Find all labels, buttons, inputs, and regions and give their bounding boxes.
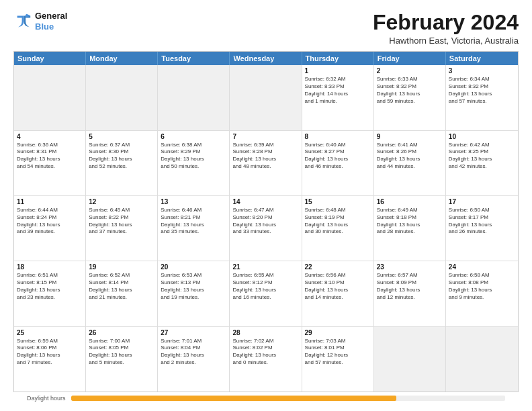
day-number: 6 xyxy=(161,133,226,140)
day-number: 8 xyxy=(305,133,371,140)
subtitle: Hawthorn East, Victoria, Australia xyxy=(373,36,519,46)
cell-content: Sunrise: 6:39 AM Sunset: 8:28 PM Dayligh… xyxy=(232,142,298,171)
day-number: 4 xyxy=(17,133,83,140)
daylight-bar-fill xyxy=(71,396,397,401)
day-number: 29 xyxy=(305,329,371,336)
logo-line1: General xyxy=(35,11,67,21)
cell-content: Sunrise: 7:01 AM Sunset: 8:04 PM Dayligh… xyxy=(161,338,226,367)
cal-cell: 18Sunrise: 6:51 AM Sunset: 8:15 PM Dayli… xyxy=(14,261,86,326)
cell-content: Sunrise: 6:50 AM Sunset: 8:17 PM Dayligh… xyxy=(449,207,515,236)
logo-line2: Blue xyxy=(35,21,67,32)
day-number: 27 xyxy=(161,329,226,336)
cal-cell xyxy=(158,65,230,130)
cal-cell: 12Sunrise: 6:45 AM Sunset: 8:22 PM Dayli… xyxy=(86,196,158,261)
day-number: 24 xyxy=(449,263,515,271)
cell-content: Sunrise: 6:38 AM Sunset: 8:29 PM Dayligh… xyxy=(161,142,226,171)
cell-content: Sunrise: 6:48 AM Sunset: 8:19 PM Dayligh… xyxy=(305,207,371,236)
day-number: 10 xyxy=(449,133,515,140)
day-number: 11 xyxy=(17,198,83,205)
cal-week-5: 25Sunrise: 6:59 AM Sunset: 8:06 PM Dayli… xyxy=(14,327,518,392)
day-number: 20 xyxy=(161,263,226,271)
day-number: 5 xyxy=(89,133,154,140)
cell-content: Sunrise: 6:53 AM Sunset: 8:13 PM Dayligh… xyxy=(161,272,226,301)
cal-cell xyxy=(230,65,302,130)
calendar-header: SundayMondayTuesdayWednesdayThursdayFrid… xyxy=(14,52,518,65)
cell-content: Sunrise: 6:40 AM Sunset: 8:27 PM Dayligh… xyxy=(305,142,371,171)
cell-content: Sunrise: 6:55 AM Sunset: 8:12 PM Dayligh… xyxy=(232,272,298,301)
cal-header-cell-sunday: Sunday xyxy=(14,52,86,65)
cell-content: Sunrise: 6:56 AM Sunset: 8:10 PM Dayligh… xyxy=(305,272,371,301)
day-number: 25 xyxy=(17,329,83,336)
cell-content: Sunrise: 6:32 AM Sunset: 8:33 PM Dayligh… xyxy=(305,76,371,105)
cell-content: Sunrise: 6:59 AM Sunset: 8:06 PM Dayligh… xyxy=(17,338,83,367)
daylight-label: Daylight hours xyxy=(27,395,66,402)
cell-content: Sunrise: 6:33 AM Sunset: 8:32 PM Dayligh… xyxy=(377,76,443,105)
cal-cell: 15Sunrise: 6:48 AM Sunset: 8:19 PM Dayli… xyxy=(302,196,374,261)
cal-week-2: 4Sunrise: 6:36 AM Sunset: 8:31 PM Daylig… xyxy=(14,131,518,196)
cal-week-4: 18Sunrise: 6:51 AM Sunset: 8:15 PM Dayli… xyxy=(14,261,518,326)
cell-content: Sunrise: 6:34 AM Sunset: 8:32 PM Dayligh… xyxy=(449,76,515,105)
cal-cell: 2Sunrise: 6:33 AM Sunset: 8:32 PM Daylig… xyxy=(374,65,446,130)
day-number: 2 xyxy=(377,67,443,75)
cal-cell: 8Sunrise: 6:40 AM Sunset: 8:27 PM Daylig… xyxy=(302,131,374,195)
calendar-body: 1Sunrise: 6:32 AM Sunset: 8:33 PM Daylig… xyxy=(14,65,518,392)
cal-cell: 1Sunrise: 6:32 AM Sunset: 8:33 PM Daylig… xyxy=(302,65,374,130)
cal-cell: 22Sunrise: 6:56 AM Sunset: 8:10 PM Dayli… xyxy=(302,261,374,326)
cal-cell: 4Sunrise: 6:36 AM Sunset: 8:31 PM Daylig… xyxy=(14,131,86,195)
cal-cell: 5Sunrise: 6:37 AM Sunset: 8:30 PM Daylig… xyxy=(86,131,158,195)
day-number: 14 xyxy=(232,198,298,205)
day-number: 7 xyxy=(232,133,298,140)
day-number: 18 xyxy=(17,263,83,271)
cell-content: Sunrise: 6:41 AM Sunset: 8:26 PM Dayligh… xyxy=(377,142,443,171)
calendar: SundayMondayTuesdayWednesdayThursdayFrid… xyxy=(13,51,519,392)
cell-content: Sunrise: 7:03 AM Sunset: 8:01 PM Dayligh… xyxy=(305,338,371,367)
cal-cell: 6Sunrise: 6:38 AM Sunset: 8:29 PM Daylig… xyxy=(158,131,230,195)
cal-cell xyxy=(374,327,446,392)
cell-content: Sunrise: 6:45 AM Sunset: 8:22 PM Dayligh… xyxy=(89,207,154,236)
cal-cell xyxy=(86,65,158,130)
day-number: 19 xyxy=(89,263,154,271)
cal-cell: 11Sunrise: 6:44 AM Sunset: 8:24 PM Dayli… xyxy=(14,196,86,261)
day-number: 21 xyxy=(232,263,298,271)
cell-content: Sunrise: 7:02 AM Sunset: 8:02 PM Dayligh… xyxy=(232,338,298,367)
cal-cell: 16Sunrise: 6:49 AM Sunset: 8:18 PM Dayli… xyxy=(374,196,446,261)
day-number: 16 xyxy=(377,198,443,205)
cal-cell: 27Sunrise: 7:01 AM Sunset: 8:04 PM Dayli… xyxy=(158,327,230,392)
cal-cell: 29Sunrise: 7:03 AM Sunset: 8:01 PM Dayli… xyxy=(302,327,374,392)
cal-header-cell-saturday: Saturday xyxy=(446,52,518,65)
cal-cell: 7Sunrise: 6:39 AM Sunset: 8:28 PM Daylig… xyxy=(230,131,302,195)
cal-cell: 28Sunrise: 7:02 AM Sunset: 8:02 PM Dayli… xyxy=(230,327,302,392)
cal-cell: 14Sunrise: 6:47 AM Sunset: 8:20 PM Dayli… xyxy=(230,196,302,261)
day-number: 15 xyxy=(305,198,371,205)
cal-header-cell-friday: Friday xyxy=(374,52,446,65)
day-number: 26 xyxy=(89,329,154,336)
cal-cell: 9Sunrise: 6:41 AM Sunset: 8:26 PM Daylig… xyxy=(374,131,446,195)
day-number: 17 xyxy=(449,198,515,205)
logo: General Blue xyxy=(13,11,67,32)
daylight-bar-section: Daylight hours xyxy=(13,392,519,404)
daylight-bar-container xyxy=(71,396,505,401)
cal-week-3: 11Sunrise: 6:44 AM Sunset: 8:24 PM Dayli… xyxy=(14,196,518,261)
day-number: 28 xyxy=(232,329,298,336)
cell-content: Sunrise: 6:46 AM Sunset: 8:21 PM Dayligh… xyxy=(161,207,226,236)
cal-week-1: 1Sunrise: 6:32 AM Sunset: 8:33 PM Daylig… xyxy=(14,65,518,130)
cal-cell xyxy=(14,65,86,130)
cal-cell: 13Sunrise: 6:46 AM Sunset: 8:21 PM Dayli… xyxy=(158,196,230,261)
cal-cell xyxy=(446,327,518,392)
cal-header-cell-monday: Monday xyxy=(86,52,158,65)
cal-header-cell-tuesday: Tuesday xyxy=(158,52,230,65)
cell-content: Sunrise: 7:00 AM Sunset: 8:05 PM Dayligh… xyxy=(89,338,154,367)
cell-content: Sunrise: 6:47 AM Sunset: 8:20 PM Dayligh… xyxy=(232,207,298,236)
day-number: 9 xyxy=(377,133,443,140)
cell-content: Sunrise: 6:52 AM Sunset: 8:14 PM Dayligh… xyxy=(89,272,154,301)
day-number: 12 xyxy=(89,198,154,205)
cal-cell: 25Sunrise: 6:59 AM Sunset: 8:06 PM Dayli… xyxy=(14,327,86,392)
day-number: 22 xyxy=(305,263,371,271)
day-number: 23 xyxy=(377,263,443,271)
cal-header-cell-thursday: Thursday xyxy=(302,52,374,65)
cal-cell: 23Sunrise: 6:57 AM Sunset: 8:09 PM Dayli… xyxy=(374,261,446,326)
day-number: 1 xyxy=(305,67,371,75)
cal-cell: 19Sunrise: 6:52 AM Sunset: 8:14 PM Dayli… xyxy=(86,261,158,326)
cal-cell: 10Sunrise: 6:42 AM Sunset: 8:25 PM Dayli… xyxy=(446,131,518,195)
cal-cell: 17Sunrise: 6:50 AM Sunset: 8:17 PM Dayli… xyxy=(446,196,518,261)
